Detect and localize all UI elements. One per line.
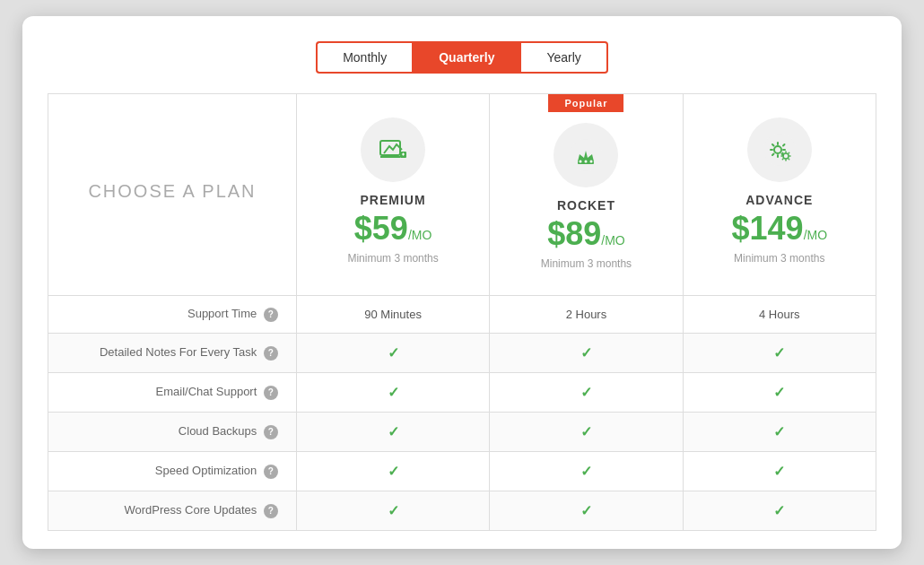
feature-row-wp-updates: WordPress Core Updates ? ✓ ✓ ✓ <box>48 491 876 530</box>
check-advance-wp: ✓ <box>773 503 785 518</box>
advance-cloud-backups: ✓ <box>683 412 876 451</box>
rocket-speed: ✓ <box>490 451 683 491</box>
check-premium-speed: ✓ <box>388 464 399 479</box>
rocket-name: ROCKET <box>499 198 673 213</box>
premium-cloud-backups: ✓ <box>296 412 489 451</box>
advance-wp-updates: ✓ <box>683 491 876 530</box>
advance-speed: ✓ <box>683 451 876 491</box>
check-advance-cloud: ✓ <box>773 424 785 439</box>
toggle-monthly[interactable]: Monthly <box>316 41 412 74</box>
pricing-card: Monthly Quarterly Yearly CHOOSE A PLAN <box>22 16 902 549</box>
premium-name: PREMIUM <box>306 193 480 207</box>
help-icon-speed-optimization[interactable]: ? <box>264 465 278 479</box>
help-icon-cloud-backups[interactable]: ? <box>264 425 278 439</box>
check-premium-cloud: ✓ <box>388 424 399 439</box>
choose-plan-label: CHOOSE A PLAN <box>48 94 297 296</box>
rocket-detailed-notes: ✓ <box>490 333 683 372</box>
feature-label-email-chat: Email/Chat Support ? <box>48 372 297 412</box>
plan-header-row: CHOOSE A PLAN PREMIUM $ <box>48 94 876 296</box>
check-rocket-speed: ✓ <box>580 464 592 479</box>
rocket-wp-updates: ✓ <box>490 491 683 530</box>
advance-support-time: 4 Hours <box>683 296 876 334</box>
popular-badge: Popular <box>548 94 623 112</box>
rocket-icon <box>554 123 618 187</box>
premium-detailed-notes: ✓ <box>296 333 489 372</box>
feature-label-support-time: Support Time ? <box>48 296 297 334</box>
premium-email-chat: ✓ <box>296 372 489 412</box>
rocket-price: $89/MO <box>499 218 673 250</box>
advance-name: ADVANCE <box>693 193 867 207</box>
help-icon-email-chat[interactable]: ? <box>264 386 278 400</box>
feature-label-speed-optimization: Speed Optimization ? <box>48 451 297 491</box>
toggle-yearly[interactable]: Yearly <box>521 41 607 74</box>
feature-label-detailed-notes: Detailed Notes For Every Task ? <box>48 333 297 372</box>
plan-advance-header: ADVANCE $149/MO Minimum 3 months <box>683 94 876 296</box>
svg-point-10 <box>763 134 796 166</box>
rocket-minimum: Minimum 3 months <box>499 257 673 270</box>
plan-rocket-header: Popular <box>490 94 683 296</box>
check-rocket-notes: ✓ <box>580 345 592 361</box>
advance-price: $149/MO <box>693 213 867 245</box>
rocket-cloud-backups: ✓ <box>490 412 683 451</box>
check-advance-notes: ✓ <box>773 345 785 361</box>
help-icon-support-time[interactable]: ? <box>264 308 278 322</box>
premium-speed: ✓ <box>296 451 489 491</box>
rocket-support-time: 2 Hours <box>490 296 683 334</box>
check-rocket-cloud: ✓ <box>580 424 592 439</box>
check-premium-email: ✓ <box>388 385 399 400</box>
pricing-table: CHOOSE A PLAN PREMIUM $ <box>48 93 876 531</box>
check-advance-email: ✓ <box>773 385 785 400</box>
advance-email-chat: ✓ <box>683 372 876 412</box>
feature-label-cloud-backups: Cloud Backups ? <box>48 412 297 451</box>
premium-icon <box>361 117 425 182</box>
toggle-quarterly[interactable]: Quarterly <box>412 41 521 74</box>
feature-label-wp-updates: WordPress Core Updates ? <box>48 491 297 530</box>
premium-wp-updates: ✓ <box>296 491 489 530</box>
plan-premium-header: PREMIUM $59/MO Minimum 3 months <box>296 94 489 296</box>
help-icon-detailed-notes[interactable]: ? <box>264 346 278 361</box>
svg-point-7 <box>580 161 582 163</box>
feature-row-cloud-backups: Cloud Backups ? ✓ ✓ ✓ <box>48 412 876 451</box>
advance-icon <box>747 117 812 182</box>
check-premium-wp: ✓ <box>388 503 399 518</box>
advance-minimum: Minimum 3 months <box>693 252 867 265</box>
check-premium-notes: ✓ <box>388 345 399 361</box>
premium-minimum: Minimum 3 months <box>306 252 480 265</box>
feature-row-email-chat: Email/Chat Support ? ✓ ✓ ✓ <box>48 372 876 412</box>
check-rocket-email: ✓ <box>580 385 592 400</box>
feature-row-detailed-notes: Detailed Notes For Every Task ? ✓ ✓ ✓ <box>48 333 876 372</box>
billing-toggle-bar: Monthly Quarterly Yearly <box>48 41 876 74</box>
check-rocket-wp: ✓ <box>580 503 592 518</box>
premium-price: $59/MO <box>306 213 480 245</box>
premium-support-time: 90 Minutes <box>296 296 489 334</box>
svg-point-9 <box>590 161 593 163</box>
help-icon-wp-updates[interactable]: ? <box>264 504 278 518</box>
svg-point-8 <box>585 161 588 163</box>
rocket-email-chat: ✓ <box>490 372 683 412</box>
check-advance-speed: ✓ <box>773 464 785 479</box>
feature-row-support-time: Support Time ? 90 Minutes 2 Hours 4 Hour… <box>48 296 876 334</box>
advance-detailed-notes: ✓ <box>683 333 876 372</box>
feature-row-speed-optimization: Speed Optimization ? ✓ ✓ ✓ <box>48 451 876 491</box>
